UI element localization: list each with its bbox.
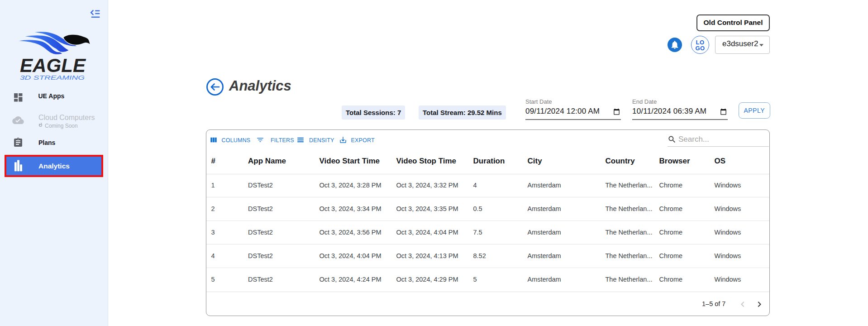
svg-text:EAGLE: EAGLE	[20, 55, 86, 76]
svg-text:3D STREAMING: 3D STREAMING	[20, 74, 85, 81]
